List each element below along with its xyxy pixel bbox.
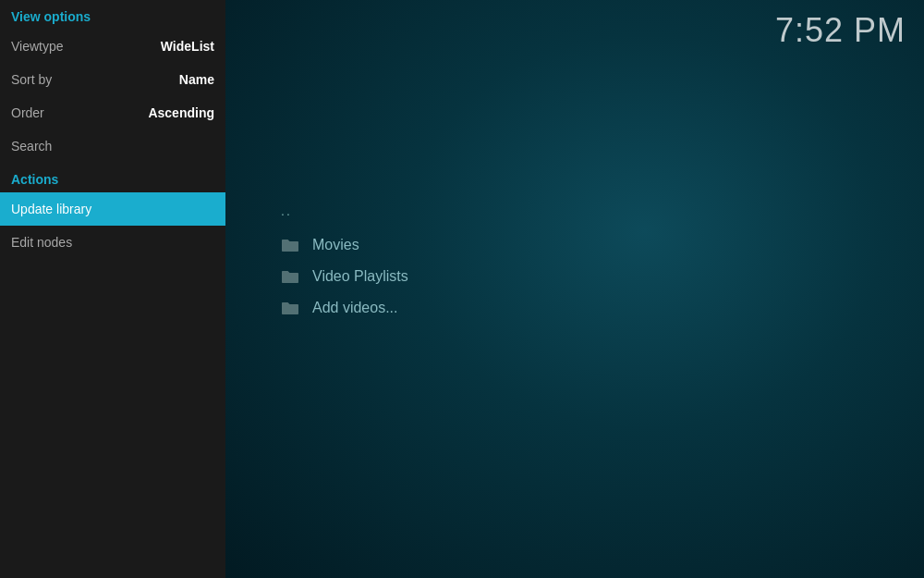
search-item[interactable]: Search <box>0 129 225 163</box>
folder-add-videos[interactable]: Add videos... <box>281 300 408 316</box>
sortby-value: Name <box>179 72 214 87</box>
view-options-header: View options <box>0 0 225 30</box>
order-row[interactable]: Order Ascending <box>0 96 225 129</box>
main-content: 7:52 PM .. Movies Video Playlists <box>225 0 924 578</box>
folder-icon <box>281 269 299 284</box>
update-library-item[interactable]: Update library <box>0 192 225 226</box>
viewtype-row[interactable]: Viewtype WideList <box>0 30 225 63</box>
content-list: .. Movies Video Playlists <box>281 203 408 331</box>
edit-nodes-item[interactable]: Edit nodes <box>0 226 225 259</box>
clock-display: 7:52 PM <box>775 11 906 50</box>
sortby-label: Sort by <box>11 72 52 87</box>
folder-video-playlists[interactable]: Video Playlists <box>281 268 408 285</box>
order-value: Ascending <box>148 105 214 120</box>
update-library-label: Update library <box>11 202 91 216</box>
folder-video-playlists-label: Video Playlists <box>312 268 408 285</box>
folder-icon <box>281 238 299 252</box>
folder-icon <box>281 301 299 315</box>
parent-nav[interactable]: .. <box>281 203 408 218</box>
folder-movies-label: Movies <box>312 237 359 253</box>
sidebar: View options Viewtype WideList Sort by N… <box>0 0 225 578</box>
folder-movies[interactable]: Movies <box>281 237 408 253</box>
order-label: Order <box>11 105 44 120</box>
folder-add-videos-label: Add videos... <box>312 300 398 316</box>
viewtype-label: Viewtype <box>11 39 64 54</box>
actions-header: Actions <box>0 163 225 192</box>
sortby-row[interactable]: Sort by Name <box>0 63 225 96</box>
viewtype-value: WideList <box>161 39 214 54</box>
